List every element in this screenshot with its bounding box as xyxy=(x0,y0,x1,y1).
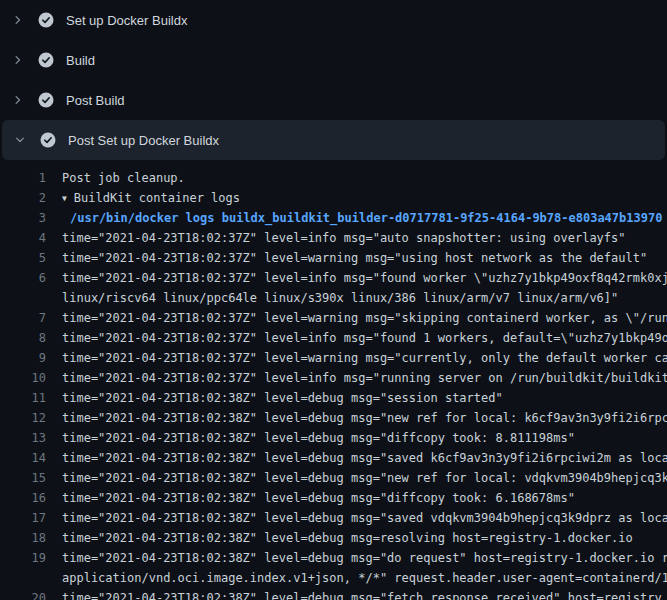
line-number[interactable]: 18 xyxy=(0,528,46,548)
log-text: Post job cleanup. xyxy=(62,168,667,188)
log-text: time="2021-04-23T18:02:37Z" level=info m… xyxy=(62,368,667,388)
log-text: time="2021-04-23T18:02:37Z" level=warnin… xyxy=(62,308,667,328)
line-number[interactable]: 11 xyxy=(0,388,46,408)
chevron-down-icon: ▼ xyxy=(62,189,67,208)
log-text: time="2021-04-23T18:02:38Z" level=debug … xyxy=(62,508,667,528)
check-circle-icon xyxy=(38,92,54,108)
line-number[interactable]: 17 xyxy=(0,508,46,528)
line-number[interactable]: 10 xyxy=(0,368,46,388)
log-text: application/vnd.oci.image.index.v1+json,… xyxy=(62,568,667,588)
log-line: 18time="2021-04-23T18:02:38Z" level=debu… xyxy=(0,528,667,548)
chevron-right-icon xyxy=(10,52,26,68)
line-number[interactable]: 2 xyxy=(0,188,46,208)
log-line: 9time="2021-04-23T18:02:37Z" level=warni… xyxy=(0,348,667,368)
log-text: ▼BuildKit container logs xyxy=(62,188,667,208)
line-number[interactable]: 13 xyxy=(0,428,46,448)
log-line: 15time="2021-04-23T18:02:38Z" level=debu… xyxy=(0,468,667,488)
line-number[interactable]: 7 xyxy=(0,308,46,328)
log-line: 14time="2021-04-23T18:02:38Z" level=debu… xyxy=(0,448,667,468)
log-text: time="2021-04-23T18:02:37Z" level=info m… xyxy=(62,328,667,348)
line-number[interactable]: 9 xyxy=(0,348,46,368)
line-number[interactable]: 15 xyxy=(0,468,46,488)
log-text: linux/riscv64 linux/ppc64le linux/s390x … xyxy=(62,288,667,308)
step-set-up-docker-buildx[interactable]: Set up Docker Buildx xyxy=(0,0,667,40)
line-number xyxy=(0,288,46,308)
log-text: time="2021-04-23T18:02:37Z" level=info m… xyxy=(62,268,667,288)
log-line: 17time="2021-04-23T18:02:38Z" level=debu… xyxy=(0,508,667,528)
check-circle-icon xyxy=(40,132,56,148)
check-circle-icon xyxy=(38,52,54,68)
line-number[interactable]: 6 xyxy=(0,268,46,288)
chevron-right-icon xyxy=(10,92,26,108)
log-text: time="2021-04-23T18:02:37Z" level=warnin… xyxy=(62,248,667,268)
log-line-continuation: linux/riscv64 linux/ppc64le linux/s390x … xyxy=(0,288,667,308)
line-number[interactable]: 20 xyxy=(0,588,46,600)
step-label: Build xyxy=(66,53,95,68)
step-build[interactable]: Build xyxy=(0,40,667,80)
log-line: 6time="2021-04-23T18:02:37Z" level=info … xyxy=(0,268,667,288)
log-viewer: 1Post job cleanup.2▼BuildKit container l… xyxy=(0,160,667,600)
log-text: time="2021-04-23T18:02:38Z" level=debug … xyxy=(62,388,667,408)
step-label: Post Build xyxy=(66,93,125,108)
chevron-right-icon xyxy=(10,12,26,28)
command-text: /usr/bin/docker logs buildx_buildkit_bui… xyxy=(62,208,667,228)
log-text: time="2021-04-23T18:02:38Z" level=debug … xyxy=(62,448,667,468)
log-line: 16time="2021-04-23T18:02:38Z" level=debu… xyxy=(0,488,667,508)
chevron-down-icon xyxy=(12,132,28,148)
step-label: Set up Docker Buildx xyxy=(66,13,187,28)
log-text: time="2021-04-23T18:02:37Z" level=warnin… xyxy=(62,348,667,368)
log-text: time="2021-04-23T18:02:38Z" level=debug … xyxy=(62,528,667,548)
step-label: Post Set up Docker Buildx xyxy=(68,133,219,148)
log-text: time="2021-04-23T18:02:38Z" level=debug … xyxy=(62,428,667,448)
log-line-continuation: application/vnd.oci.image.index.v1+json,… xyxy=(0,568,667,588)
log-lines: 1Post job cleanup.2▼BuildKit container l… xyxy=(0,168,667,600)
log-text: time="2021-04-23T18:02:38Z" level=debug … xyxy=(62,408,667,428)
check-circle-icon xyxy=(38,12,54,28)
line-number[interactable]: 1 xyxy=(0,168,46,188)
log-line: 8time="2021-04-23T18:02:37Z" level=info … xyxy=(0,328,667,348)
log-text: time="2021-04-23T18:02:37Z" level=info m… xyxy=(62,228,667,248)
log-line: 4time="2021-04-23T18:02:37Z" level=info … xyxy=(0,228,667,248)
log-text: time="2021-04-23T18:02:38Z" level=debug … xyxy=(62,548,667,568)
line-number[interactable]: 12 xyxy=(0,408,46,428)
log-line: 12time="2021-04-23T18:02:38Z" level=debu… xyxy=(0,408,667,428)
log-line: 20time="2021-04-23T18:02:38Z" level=debu… xyxy=(0,588,667,600)
log-text: time="2021-04-23T18:02:38Z" level=debug … xyxy=(62,588,667,600)
log-text: time="2021-04-23T18:02:38Z" level=debug … xyxy=(62,468,667,488)
log-line: 19time="2021-04-23T18:02:38Z" level=debu… xyxy=(0,548,667,568)
line-number[interactable]: 4 xyxy=(0,228,46,248)
line-number[interactable]: 14 xyxy=(0,448,46,468)
line-number xyxy=(0,568,46,588)
step-post-build[interactable]: Post Build xyxy=(0,80,667,120)
log-line: 7time="2021-04-23T18:02:37Z" level=warni… xyxy=(0,308,667,328)
log-line: 10time="2021-04-23T18:02:37Z" level=info… xyxy=(0,368,667,388)
line-number[interactable]: 19 xyxy=(0,548,46,568)
steps-list: Set up Docker Buildx Build Post Build Po… xyxy=(0,0,667,160)
line-number[interactable]: 3 xyxy=(0,208,46,228)
log-line: 3/usr/bin/docker logs buildx_buildkit_bu… xyxy=(0,208,667,228)
step-post-set-up-docker-buildx[interactable]: Post Set up Docker Buildx xyxy=(2,120,665,160)
log-line: 13time="2021-04-23T18:02:38Z" level=debu… xyxy=(0,428,667,448)
log-line: 1Post job cleanup. xyxy=(0,168,667,188)
line-number[interactable]: 5 xyxy=(0,248,46,268)
line-number[interactable]: 16 xyxy=(0,488,46,508)
log-line[interactable]: 2▼BuildKit container logs xyxy=(0,188,667,208)
log-line: 11time="2021-04-23T18:02:38Z" level=debu… xyxy=(0,388,667,408)
log-line: 5time="2021-04-23T18:02:37Z" level=warni… xyxy=(0,248,667,268)
line-number[interactable]: 8 xyxy=(0,328,46,348)
log-text: time="2021-04-23T18:02:38Z" level=debug … xyxy=(62,488,667,508)
